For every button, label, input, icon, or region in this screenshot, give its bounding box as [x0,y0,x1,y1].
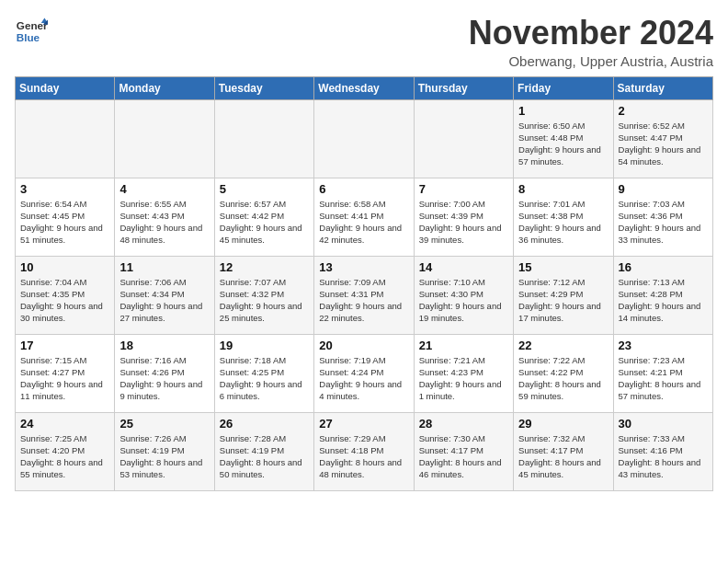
day-number: 22 [518,339,608,352]
day-info: Sunrise: 6:58 AM Sunset: 4:41 PM Dayligh… [319,198,408,247]
calendar-cell: 4Sunrise: 6:55 AM Sunset: 4:43 PM Daylig… [115,178,214,256]
day-info: Sunrise: 6:57 AM Sunset: 4:42 PM Dayligh… [220,198,309,247]
month-title: November 2024 [469,15,713,52]
day-info: Sunrise: 7:25 AM Sunset: 4:20 PM Dayligh… [20,432,109,481]
day-number: 10 [20,260,109,274]
calendar-table: SundayMondayTuesdayWednesdayThursdayFrid… [15,76,713,491]
calendar-cell: 29Sunrise: 7:32 AM Sunset: 4:17 PM Dayli… [514,412,613,490]
day-info: Sunrise: 7:30 AM Sunset: 4:17 PM Dayligh… [419,432,508,481]
day-number: 6 [319,182,408,196]
day-info: Sunrise: 7:15 AM Sunset: 4:27 PM Dayligh… [20,354,109,403]
calendar-cell: 26Sunrise: 7:28 AM Sunset: 4:19 PM Dayli… [214,412,313,490]
day-number: 18 [119,339,209,352]
day-info: Sunrise: 7:03 AM Sunset: 4:36 PM Dayligh… [619,198,708,247]
weekday-header-wednesday: Wednesday [314,76,414,99]
logo-icon: General Blue [15,15,48,48]
day-number: 20 [319,339,408,352]
day-info: Sunrise: 7:29 AM Sunset: 4:18 PM Dayligh… [319,432,408,481]
calendar-cell [115,99,214,178]
calendar-cell: 14Sunrise: 7:10 AM Sunset: 4:30 PM Dayli… [414,256,513,334]
day-number: 30 [619,417,708,431]
calendar-cell: 21Sunrise: 7:21 AM Sunset: 4:23 PM Dayli… [414,334,513,412]
day-info: Sunrise: 7:28 AM Sunset: 4:19 PM Dayligh… [220,432,309,481]
day-info: Sunrise: 6:52 AM Sunset: 4:47 PM Dayligh… [619,120,708,168]
calendar-cell: 1Sunrise: 6:50 AM Sunset: 4:48 PM Daylig… [514,99,613,178]
day-number: 15 [518,260,608,274]
calendar-cell: 19Sunrise: 7:18 AM Sunset: 4:25 PM Dayli… [214,334,313,412]
day-info: Sunrise: 7:12 AM Sunset: 4:29 PM Dayligh… [518,276,608,325]
day-number: 3 [20,182,109,196]
day-info: Sunrise: 7:26 AM Sunset: 4:19 PM Dayligh… [119,432,209,481]
calendar-cell: 30Sunrise: 7:33 AM Sunset: 4:16 PM Dayli… [613,412,712,490]
calendar-cell: 24Sunrise: 7:25 AM Sunset: 4:20 PM Dayli… [16,412,115,490]
day-number: 28 [419,417,508,431]
calendar-cell: 23Sunrise: 7:23 AM Sunset: 4:21 PM Dayli… [613,334,712,412]
calendar-cell: 16Sunrise: 7:13 AM Sunset: 4:28 PM Dayli… [613,256,712,334]
day-info: Sunrise: 7:32 AM Sunset: 4:17 PM Dayligh… [518,432,608,481]
calendar-cell: 7Sunrise: 7:00 AM Sunset: 4:39 PM Daylig… [414,178,513,256]
day-info: Sunrise: 7:18 AM Sunset: 4:25 PM Dayligh… [220,354,309,403]
day-number: 14 [419,260,508,274]
day-info: Sunrise: 6:50 AM Sunset: 4:48 PM Dayligh… [518,120,608,168]
calendar-cell: 12Sunrise: 7:07 AM Sunset: 4:32 PM Dayli… [214,256,313,334]
calendar-cell [214,99,313,178]
calendar-cell: 22Sunrise: 7:22 AM Sunset: 4:22 PM Dayli… [514,334,613,412]
day-number: 8 [518,182,608,196]
day-number: 23 [619,339,708,352]
calendar-cell: 8Sunrise: 7:01 AM Sunset: 4:38 PM Daylig… [514,178,613,256]
day-number: 16 [619,260,708,274]
title-area: November 2024 Oberwang, Upper Austria, A… [469,15,713,69]
day-number: 21 [419,339,508,352]
day-number: 17 [20,339,109,352]
day-number: 7 [419,182,508,196]
day-number: 19 [220,339,309,352]
day-info: Sunrise: 6:54 AM Sunset: 4:45 PM Dayligh… [20,198,109,247]
calendar-cell: 3Sunrise: 6:54 AM Sunset: 4:45 PM Daylig… [16,178,115,256]
calendar-cell: 25Sunrise: 7:26 AM Sunset: 4:19 PM Dayli… [115,412,214,490]
day-number: 29 [518,417,608,431]
calendar-cell: 2Sunrise: 6:52 AM Sunset: 4:47 PM Daylig… [613,99,712,178]
calendar-cell: 10Sunrise: 7:04 AM Sunset: 4:35 PM Dayli… [16,256,115,334]
calendar-cell [314,99,414,178]
day-info: Sunrise: 7:09 AM Sunset: 4:31 PM Dayligh… [319,276,408,325]
day-info: Sunrise: 7:10 AM Sunset: 4:30 PM Dayligh… [419,276,508,325]
day-info: Sunrise: 7:01 AM Sunset: 4:38 PM Dayligh… [518,198,608,247]
calendar-cell: 5Sunrise: 6:57 AM Sunset: 4:42 PM Daylig… [214,178,313,256]
day-number: 24 [20,417,109,431]
day-number: 27 [319,417,408,431]
weekday-header-saturday: Saturday [613,76,712,99]
day-number: 25 [119,417,209,431]
logo: General Blue [15,15,48,48]
weekday-header-tuesday: Tuesday [214,76,313,99]
calendar-cell: 18Sunrise: 7:16 AM Sunset: 4:26 PM Dayli… [115,334,214,412]
day-info: Sunrise: 7:04 AM Sunset: 4:35 PM Dayligh… [20,276,109,325]
day-number: 12 [220,260,309,274]
weekday-header-thursday: Thursday [414,76,513,99]
day-number: 11 [119,260,209,274]
calendar-cell: 28Sunrise: 7:30 AM Sunset: 4:17 PM Dayli… [414,412,513,490]
day-info: Sunrise: 7:06 AM Sunset: 4:34 PM Dayligh… [119,276,209,325]
calendar-cell: 27Sunrise: 7:29 AM Sunset: 4:18 PM Dayli… [314,412,414,490]
calendar-cell: 11Sunrise: 7:06 AM Sunset: 4:34 PM Dayli… [115,256,214,334]
calendar-cell [414,99,513,178]
day-info: Sunrise: 7:22 AM Sunset: 4:22 PM Dayligh… [518,354,608,403]
day-number: 1 [518,104,608,118]
weekday-header-monday: Monday [115,76,214,99]
day-info: Sunrise: 7:33 AM Sunset: 4:16 PM Dayligh… [619,432,708,481]
day-info: Sunrise: 7:23 AM Sunset: 4:21 PM Dayligh… [619,354,708,403]
day-info: Sunrise: 7:16 AM Sunset: 4:26 PM Dayligh… [119,354,209,403]
day-info: Sunrise: 7:00 AM Sunset: 4:39 PM Dayligh… [419,198,508,247]
calendar-cell: 9Sunrise: 7:03 AM Sunset: 4:36 PM Daylig… [613,178,712,256]
calendar-cell: 6Sunrise: 6:58 AM Sunset: 4:41 PM Daylig… [314,178,414,256]
day-info: Sunrise: 7:07 AM Sunset: 4:32 PM Dayligh… [220,276,309,325]
day-info: Sunrise: 7:21 AM Sunset: 4:23 PM Dayligh… [419,354,508,403]
svg-text:Blue: Blue [17,31,40,43]
calendar-cell: 15Sunrise: 7:12 AM Sunset: 4:29 PM Dayli… [514,256,613,334]
day-number: 9 [619,182,708,196]
calendar-cell: 13Sunrise: 7:09 AM Sunset: 4:31 PM Dayli… [314,256,414,334]
day-number: 5 [220,182,309,196]
day-info: Sunrise: 6:55 AM Sunset: 4:43 PM Dayligh… [119,198,209,247]
weekday-header-sunday: Sunday [16,76,115,99]
day-number: 4 [119,182,209,196]
location-title: Oberwang, Upper Austria, Austria [469,53,713,69]
